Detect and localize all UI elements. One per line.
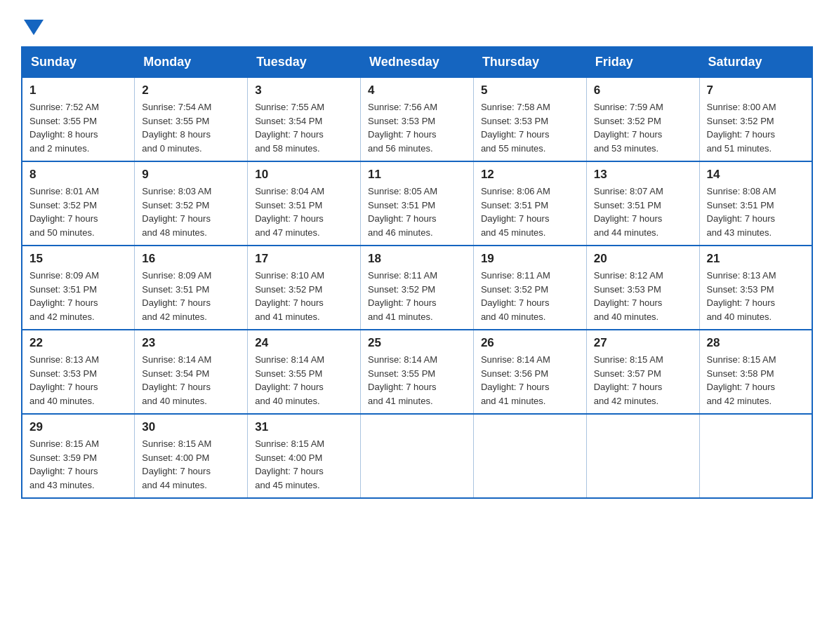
day-info: Sunrise: 8:14 AMSunset: 3:55 PMDaylight:…	[368, 353, 466, 408]
day-info: Sunrise: 8:13 AMSunset: 3:53 PMDaylight:…	[29, 353, 127, 408]
calendar-cell: 3Sunrise: 7:55 AMSunset: 3:54 PMDaylight…	[248, 77, 361, 161]
calendar-cell: 4Sunrise: 7:56 AMSunset: 3:53 PMDaylight…	[361, 77, 474, 161]
day-number: 15	[29, 252, 127, 266]
calendar-header-row: SundayMondayTuesdayWednesdayThursdayFrid…	[22, 47, 812, 77]
calendar-cell: 28Sunrise: 8:15 AMSunset: 3:58 PMDayligh…	[699, 330, 812, 414]
day-number: 4	[368, 83, 466, 98]
day-info: Sunrise: 7:55 AMSunset: 3:54 PMDaylight:…	[255, 100, 353, 155]
day-number: 7	[707, 83, 805, 98]
day-info: Sunrise: 8:15 AMSunset: 3:59 PMDaylight:…	[29, 437, 127, 492]
day-info: Sunrise: 8:00 AMSunset: 3:52 PMDaylight:…	[707, 100, 805, 155]
calendar-cell: 20Sunrise: 8:12 AMSunset: 3:53 PMDayligh…	[586, 246, 699, 330]
calendar-cell: 8Sunrise: 8:01 AMSunset: 3:52 PMDaylight…	[22, 161, 135, 246]
day-number: 29	[29, 420, 127, 434]
day-number: 2	[142, 83, 240, 98]
header-friday: Friday	[586, 47, 699, 77]
day-number: 10	[255, 168, 353, 182]
day-number: 31	[255, 420, 353, 434]
day-info: Sunrise: 8:15 AMSunset: 4:00 PMDaylight:…	[142, 437, 240, 492]
calendar-cell: 29Sunrise: 8:15 AMSunset: 3:59 PMDayligh…	[22, 414, 135, 498]
day-number: 5	[481, 83, 579, 98]
day-info: Sunrise: 8:05 AMSunset: 3:51 PMDaylight:…	[368, 185, 466, 239]
week-row-1: 1Sunrise: 7:52 AMSunset: 3:55 PMDaylight…	[22, 77, 812, 161]
week-row-2: 8Sunrise: 8:01 AMSunset: 3:52 PMDaylight…	[22, 161, 812, 246]
day-number: 23	[142, 336, 240, 350]
week-row-3: 15Sunrise: 8:09 AMSunset: 3:51 PMDayligh…	[22, 246, 812, 330]
calendar-cell: 22Sunrise: 8:13 AMSunset: 3:53 PMDayligh…	[22, 330, 135, 414]
calendar-cell: 25Sunrise: 8:14 AMSunset: 3:55 PMDayligh…	[361, 330, 474, 414]
day-number: 6	[594, 83, 692, 98]
day-info: Sunrise: 8:08 AMSunset: 3:51 PMDaylight:…	[707, 185, 805, 239]
day-info: Sunrise: 8:07 AMSunset: 3:51 PMDaylight:…	[594, 185, 692, 239]
day-info: Sunrise: 7:59 AMSunset: 3:52 PMDaylight:…	[594, 100, 692, 155]
day-number: 27	[594, 336, 692, 350]
day-number: 9	[142, 168, 240, 182]
calendar-cell: 2Sunrise: 7:54 AMSunset: 3:55 PMDaylight…	[135, 77, 248, 161]
header-monday: Monday	[135, 47, 248, 77]
calendar-cell: 30Sunrise: 8:15 AMSunset: 4:00 PMDayligh…	[135, 414, 248, 498]
day-number: 3	[255, 83, 353, 98]
day-info: Sunrise: 8:14 AMSunset: 3:56 PMDaylight:…	[481, 353, 579, 408]
day-number: 19	[481, 252, 579, 266]
calendar-cell: 23Sunrise: 8:14 AMSunset: 3:54 PMDayligh…	[135, 330, 248, 414]
day-info: Sunrise: 7:56 AMSunset: 3:53 PMDaylight:…	[368, 100, 466, 155]
day-number: 18	[368, 252, 466, 266]
day-number: 24	[255, 336, 353, 350]
day-number: 22	[29, 336, 127, 350]
page-header	[21, 14, 813, 35]
calendar-cell	[699, 414, 812, 498]
header-saturday: Saturday	[699, 47, 812, 77]
day-number: 21	[707, 252, 805, 266]
day-info: Sunrise: 8:15 AMSunset: 3:58 PMDaylight:…	[707, 353, 805, 408]
day-number: 30	[142, 420, 240, 434]
week-row-5: 29Sunrise: 8:15 AMSunset: 3:59 PMDayligh…	[22, 414, 812, 498]
calendar-cell: 11Sunrise: 8:05 AMSunset: 3:51 PMDayligh…	[361, 161, 474, 246]
day-info: Sunrise: 8:14 AMSunset: 3:55 PMDaylight:…	[255, 353, 353, 408]
day-info: Sunrise: 8:13 AMSunset: 3:53 PMDaylight:…	[707, 269, 805, 323]
day-number: 12	[481, 168, 579, 182]
day-info: Sunrise: 8:10 AMSunset: 3:52 PMDaylight:…	[255, 269, 353, 323]
calendar-cell: 16Sunrise: 8:09 AMSunset: 3:51 PMDayligh…	[135, 246, 248, 330]
day-info: Sunrise: 8:11 AMSunset: 3:52 PMDaylight:…	[368, 269, 466, 323]
calendar-cell	[586, 414, 699, 498]
day-number: 26	[481, 336, 579, 350]
day-info: Sunrise: 7:54 AMSunset: 3:55 PMDaylight:…	[142, 100, 240, 155]
day-number: 17	[255, 252, 353, 266]
day-info: Sunrise: 8:09 AMSunset: 3:51 PMDaylight:…	[142, 269, 240, 323]
calendar-cell: 14Sunrise: 8:08 AMSunset: 3:51 PMDayligh…	[699, 161, 812, 246]
day-info: Sunrise: 8:04 AMSunset: 3:51 PMDaylight:…	[255, 185, 353, 239]
calendar-cell: 6Sunrise: 7:59 AMSunset: 3:52 PMDaylight…	[586, 77, 699, 161]
calendar-cell: 21Sunrise: 8:13 AMSunset: 3:53 PMDayligh…	[699, 246, 812, 330]
calendar-cell: 19Sunrise: 8:11 AMSunset: 3:52 PMDayligh…	[473, 246, 586, 330]
day-info: Sunrise: 8:06 AMSunset: 3:51 PMDaylight:…	[481, 185, 579, 239]
calendar-cell: 13Sunrise: 8:07 AMSunset: 3:51 PMDayligh…	[586, 161, 699, 246]
header-wednesday: Wednesday	[361, 47, 474, 77]
calendar-cell	[473, 414, 586, 498]
calendar-cell: 5Sunrise: 7:58 AMSunset: 3:53 PMDaylight…	[473, 77, 586, 161]
logo	[21, 14, 44, 35]
calendar-cell: 24Sunrise: 8:14 AMSunset: 3:55 PMDayligh…	[248, 330, 361, 414]
header-sunday: Sunday	[22, 47, 135, 77]
logo-triangle-icon	[24, 20, 44, 35]
day-number: 11	[368, 168, 466, 182]
day-number: 14	[707, 168, 805, 182]
calendar-cell: 27Sunrise: 8:15 AMSunset: 3:57 PMDayligh…	[586, 330, 699, 414]
day-info: Sunrise: 8:15 AMSunset: 3:57 PMDaylight:…	[594, 353, 692, 408]
day-info: Sunrise: 8:03 AMSunset: 3:52 PMDaylight:…	[142, 185, 240, 239]
calendar-cell: 17Sunrise: 8:10 AMSunset: 3:52 PMDayligh…	[248, 246, 361, 330]
calendar-cell: 12Sunrise: 8:06 AMSunset: 3:51 PMDayligh…	[473, 161, 586, 246]
calendar-table: SundayMondayTuesdayWednesdayThursdayFrid…	[21, 46, 813, 499]
day-info: Sunrise: 7:52 AMSunset: 3:55 PMDaylight:…	[29, 100, 127, 155]
calendar-cell: 1Sunrise: 7:52 AMSunset: 3:55 PMDaylight…	[22, 77, 135, 161]
day-info: Sunrise: 8:01 AMSunset: 3:52 PMDaylight:…	[29, 185, 127, 239]
day-number: 20	[594, 252, 692, 266]
day-number: 13	[594, 168, 692, 182]
calendar-cell: 10Sunrise: 8:04 AMSunset: 3:51 PMDayligh…	[248, 161, 361, 246]
day-number: 8	[29, 168, 127, 182]
day-number: 28	[707, 336, 805, 350]
day-info: Sunrise: 8:11 AMSunset: 3:52 PMDaylight:…	[481, 269, 579, 323]
day-number: 25	[368, 336, 466, 350]
day-number: 16	[142, 252, 240, 266]
day-info: Sunrise: 8:09 AMSunset: 3:51 PMDaylight:…	[29, 269, 127, 323]
calendar-cell: 31Sunrise: 8:15 AMSunset: 4:00 PMDayligh…	[248, 414, 361, 498]
